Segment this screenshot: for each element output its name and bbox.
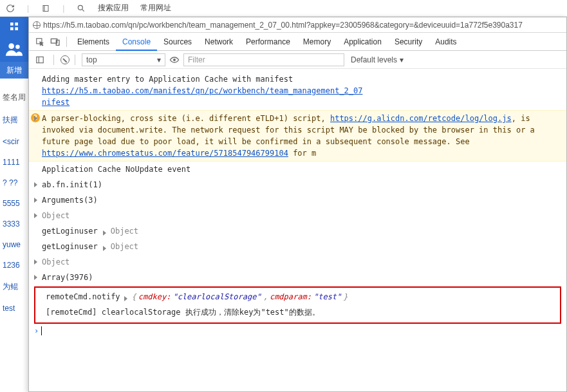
svg-rect-5 — [15, 23, 18, 26]
console-log-row: Object — [29, 208, 566, 223]
svg-point-2 — [79, 5, 83, 10]
console-prompt[interactable]: › — [29, 325, 566, 337]
svg-rect-7 — [15, 27, 18, 30]
expand-icon[interactable] — [34, 259, 37, 265]
console-log-row: Application Cache NoUpdate event — [29, 162, 566, 177]
console-log-row: Array(3976) — [29, 270, 566, 285]
svg-point-15 — [174, 59, 176, 61]
devtools-tabs: ElementsConsoleSourcesNetworkPerformance… — [29, 33, 566, 51]
chevron-down-icon: ▾ — [400, 55, 404, 64]
sidebar-toggle-icon[interactable] — [33, 53, 47, 67]
tab-security[interactable]: Security — [388, 33, 429, 51]
context-value: top — [86, 55, 97, 64]
svg-rect-6 — [10, 27, 14, 30]
expand-icon[interactable] — [34, 116, 37, 121]
svg-point-9 — [15, 45, 19, 50]
manifest-link[interactable]: https://h5.m.taobao.com/manifest/qn/pc/w… — [42, 86, 363, 95]
chevron-down-icon: ▾ — [157, 55, 161, 64]
freq-sites-label[interactable]: 常用网址 — [140, 3, 171, 14]
filter-input[interactable]: Filter — [183, 53, 344, 66]
log-level-select[interactable]: Default levels ▾ — [348, 53, 406, 66]
sidebar-link[interactable]: 3333 — [0, 214, 28, 234]
add-button[interactable]: 新增 — [0, 62, 28, 79]
svg-rect-13 — [37, 57, 44, 62]
expand-icon[interactable] — [103, 246, 106, 251]
console-log-row: getLoginuser Object — [29, 239, 566, 254]
console-log-row: remoteCmd.notify {cmdkey: "clearlocalSto… — [38, 289, 557, 304]
tab-elements[interactable]: Elements — [71, 33, 116, 51]
apps-grid-icon[interactable] — [0, 17, 28, 36]
sidebar-link[interactable]: 1111 — [0, 152, 28, 173]
warn-script-link[interactable]: https://g.alicdn.com/retcode/log/log.js — [330, 114, 512, 123]
console-body: Adding master entry to Application Cache… — [29, 69, 566, 391]
svg-point-8 — [8, 43, 14, 49]
sidebar-link[interactable]: 扶摇 — [0, 109, 28, 131]
reload-icon[interactable] — [5, 3, 15, 14]
console-log-row: Arguments(3) — [29, 192, 566, 208]
remote-cmd-highlight: remoteCmd.notify {cmdkey: "clearlocalSto… — [34, 286, 561, 324]
console-log-row: getLoginuser Object — [29, 223, 566, 239]
globe-icon — [33, 21, 41, 29]
warn-feature-link[interactable]: https://www.chromestatus.com/feature/571… — [42, 149, 288, 158]
console-log-row: ab.fn.init(1) — [29, 177, 566, 192]
tab-application[interactable]: Application — [337, 33, 388, 51]
svg-rect-4 — [10, 23, 14, 26]
expand-icon[interactable] — [103, 230, 106, 236]
devtools-url: https://h5.m.taobao.com/qn/pc/workbench/… — [43, 21, 523, 30]
level-value: Default levels — [351, 55, 397, 64]
tab-console[interactable]: Console — [116, 33, 157, 51]
sidebar-link[interactable]: 5555 — [0, 193, 28, 214]
expand-icon[interactable] — [34, 182, 37, 187]
sidebar-link[interactable]: 为鲲 — [0, 275, 28, 298]
context-select[interactable]: top ▾ — [82, 53, 165, 66]
console-log-row: [remoteCmd] clearlocalStorage 执行成功，清除key… — [38, 304, 557, 320]
inspect-icon[interactable] — [33, 35, 47, 49]
expand-icon[interactable] — [34, 275, 37, 280]
sidebar-link[interactable]: 签名周 — [0, 86, 28, 109]
prompt-chevron-icon: › — [34, 326, 39, 335]
svg-line-3 — [82, 9, 84, 11]
sidebar-link[interactable]: test — [0, 298, 28, 319]
console-log-row: Adding master entry to Application Cache… — [29, 71, 566, 110]
devtools-window: https://h5.m.taobao.com/qn/pc/workbench/… — [28, 17, 567, 392]
bookmark-icon[interactable] — [41, 3, 51, 14]
clear-console-icon[interactable] — [60, 55, 70, 64]
sidebar-link[interactable]: yuwe — [0, 234, 28, 255]
sidebar-link[interactable]: <scir — [0, 131, 28, 152]
devtools-url-bar: https://h5.m.taobao.com/qn/pc/workbench/… — [29, 17, 566, 33]
live-expression-icon[interactable] — [169, 56, 180, 64]
device-toggle-icon[interactable] — [48, 35, 62, 49]
console-filter-bar: top ▾ Filter Default levels ▾ — [29, 51, 566, 69]
tab-memory[interactable]: Memory — [297, 33, 337, 51]
app-sidebar: 新增 签名周扶摇<scir1111? ??55553333yuwe1236为鲲t… — [0, 17, 28, 392]
expand-icon[interactable] — [124, 296, 127, 301]
browser-toolbar: | | 搜索应用 常用网址 — [0, 0, 567, 17]
console-log-row: Object — [29, 254, 566, 270]
console-warning-row: 2 A parser-blocking, cross site (i.e. di… — [29, 110, 566, 162]
svg-rect-0 — [43, 5, 48, 11]
expand-icon[interactable] — [34, 198, 37, 203]
search-icon[interactable] — [76, 3, 86, 14]
tab-performance[interactable]: Performance — [239, 33, 297, 51]
search-apps-label[interactable]: 搜索应用 — [98, 3, 129, 14]
sidebar-link[interactable]: 1236 — [0, 255, 28, 275]
sidebar-link[interactable]: ? ?? — [0, 173, 28, 193]
tab-sources[interactable]: Sources — [157, 33, 198, 51]
users-icon[interactable] — [0, 36, 28, 62]
text-caret — [41, 326, 42, 335]
tab-network[interactable]: Network — [198, 33, 239, 51]
expand-icon[interactable] — [34, 213, 37, 218]
tab-audits[interactable]: Audits — [429, 33, 463, 51]
